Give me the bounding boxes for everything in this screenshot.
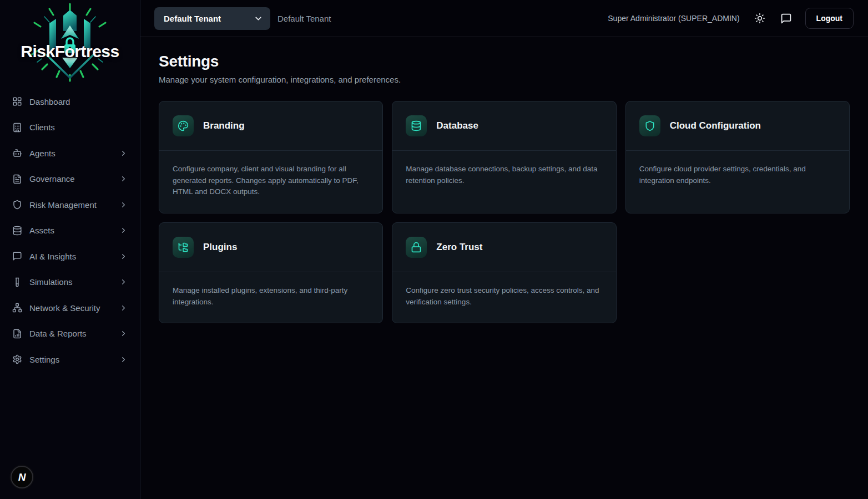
sidebar-item-label: Governance [29, 174, 75, 184]
dev-badge-letter: N [18, 471, 26, 483]
sidebar-item-label: Risk Management [29, 200, 97, 210]
palette-icon [178, 120, 189, 131]
card-title: Database [436, 120, 478, 131]
sidebar-item-label: Settings [29, 355, 59, 364]
bot-icon [12, 148, 22, 158]
database-icon [12, 226, 22, 236]
sidebar-item-simulations[interactable]: Simulations [0, 269, 140, 296]
sun-icon [754, 13, 765, 24]
settings-page: Settings Manage your system configuratio… [140, 37, 868, 499]
chevron-right-icon [119, 278, 128, 286]
sidebar-item-assets[interactable]: Assets [0, 218, 140, 244]
card-title: Branding [203, 120, 245, 131]
settings-card-plugins[interactable]: Plugins Manage installed plugins, extens… [159, 222, 383, 323]
card-description: Configure company, client and visual bra… [159, 151, 382, 213]
icon-tile [639, 115, 660, 136]
topbar: Default Tenant Default Tenant Super Admi… [140, 0, 868, 37]
sidebar-item-label: Network & Security [29, 303, 100, 313]
topbar-right: Super Administrator (SUPER_ADMIN) Logout [608, 7, 854, 29]
card-title: Plugins [203, 242, 237, 253]
icon-tile [406, 237, 427, 258]
chevron-right-icon [119, 329, 128, 338]
card-description: Manage database connections, backup sett… [392, 151, 615, 201]
database-icon [411, 120, 422, 131]
icon-tile [173, 115, 194, 136]
message-square-icon [12, 251, 22, 261]
chevron-right-icon [119, 252, 128, 261]
icon-tile [406, 115, 427, 136]
card-header: Plugins [159, 223, 382, 272]
lock-icon [411, 242, 422, 253]
card-header: Branding [159, 101, 382, 150]
current-user-label: Super Administrator (SUPER_ADMIN) [608, 14, 739, 23]
sidebar-item-label: AI & Insights [29, 252, 76, 261]
settings-card-cloud-configuration[interactable]: Cloud Configuration Configure cloud prov… [625, 101, 850, 213]
settings-card-database[interactable]: Database Manage database connections, ba… [392, 101, 616, 213]
tenant-select-value: Default Tenant [164, 14, 221, 23]
page-subtitle: Manage your system configuration, integr… [159, 75, 850, 84]
sidebar-item-dashboard[interactable]: Dashboard [0, 89, 140, 115]
shield-icon [644, 120, 655, 131]
sidebar-item-network-security[interactable]: Network & Security [0, 295, 140, 321]
network-icon [12, 303, 22, 313]
card-header: Cloud Configuration [626, 101, 849, 150]
sidebar-item-risk-management[interactable]: Risk Management [0, 192, 140, 218]
card-header: Database [392, 101, 615, 150]
layout-grid-icon [12, 96, 22, 106]
app-title: RiskFortress [0, 42, 140, 61]
chevron-down-icon [254, 14, 263, 23]
sidebar-item-ai-insights[interactable]: AI & Insights [0, 243, 140, 269]
file-text-icon [12, 174, 22, 184]
chat-button[interactable] [775, 7, 798, 29]
shield-icon [12, 200, 22, 210]
theme-toggle-button[interactable] [749, 7, 771, 29]
building-icon [12, 123, 22, 133]
sidebar-item-agents[interactable]: Agents [0, 140, 140, 166]
sidebar-nav: Dashboard Clients Agents Governance Risk… [0, 89, 140, 373]
sidebar: RiskFortress Dashboard Clients Agents Go… [0, 0, 140, 499]
sidebar-item-clients[interactable]: Clients [0, 115, 140, 141]
tenant-select[interactable]: Default Tenant [154, 7, 270, 30]
sidebar-item-label: Simulations [29, 277, 73, 287]
folder-tree-icon [178, 242, 189, 253]
sidebar-item-settings[interactable]: Settings [0, 347, 140, 373]
card-description: Configure zero trust security policies, … [392, 272, 615, 323]
message-square-icon [780, 13, 792, 24]
sidebar-item-label: Agents [29, 149, 55, 158]
settings-cards-grid: Branding Configure company, client and v… [159, 101, 850, 323]
chevron-right-icon [119, 201, 128, 209]
chevron-right-icon [119, 175, 128, 183]
sidebar-item-data-reports[interactable]: Data & Reports [0, 321, 140, 347]
sidebar-item-label: Dashboard [29, 97, 70, 106]
dev-badge[interactable]: N [11, 466, 33, 488]
page-title: Settings [159, 53, 850, 70]
chevron-right-icon [119, 355, 128, 364]
icon-tile [173, 237, 194, 258]
chevron-right-icon [119, 304, 128, 312]
gear-icon [12, 354, 22, 364]
sidebar-item-label: Data & Reports [29, 329, 87, 338]
file-bar-chart-icon [12, 329, 22, 339]
sidebar-item-label: Clients [29, 123, 55, 132]
chevron-right-icon [119, 226, 128, 235]
sidebar-item-label: Assets [29, 226, 54, 235]
settings-card-zero-trust[interactable]: Zero Trust Configure zero trust security… [392, 222, 616, 323]
card-title: Zero Trust [436, 242, 482, 253]
card-description: Configure cloud provider settings, crede… [626, 151, 849, 201]
logout-button[interactable]: Logout [805, 8, 854, 29]
tenant-label: Default Tenant [277, 14, 331, 23]
test-tube-icon [12, 277, 22, 287]
card-description: Manage installed plugins, extensions, an… [159, 272, 382, 323]
settings-card-branding[interactable]: Branding Configure company, client and v… [159, 101, 383, 213]
chevron-right-icon [119, 149, 128, 157]
card-header: Zero Trust [392, 223, 615, 272]
card-title: Cloud Configuration [670, 120, 761, 131]
app-logo: RiskFortress [0, 0, 140, 88]
sidebar-item-governance[interactable]: Governance [0, 166, 140, 192]
